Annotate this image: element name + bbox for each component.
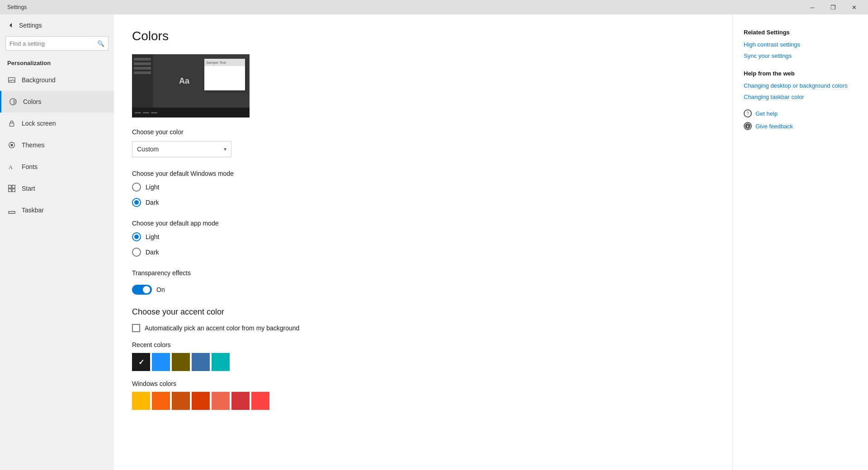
give-feedback-item[interactable]: Give feedback (744, 122, 857, 130)
preview-taskbar-item (143, 112, 149, 113)
sidebar-section-label: Personalization (0, 54, 114, 69)
sidebar-item-themes[interactable]: Themes (0, 134, 114, 156)
svg-rect-8 (9, 189, 11, 192)
auto-accent-row[interactable]: Automatically pick an accent color from … (132, 324, 714, 332)
recent-color-4[interactable] (212, 353, 230, 371)
preview-window-bar: Sample Text (204, 59, 245, 66)
back-icon (7, 22, 14, 29)
radio-app-light-label: Light (146, 233, 159, 240)
sidebar-item-start-label: Start (22, 185, 35, 192)
give-feedback-icon (744, 122, 752, 130)
radio-app-dark-label: Dark (146, 249, 159, 256)
win-color-5[interactable] (231, 392, 250, 410)
preview-sample-text: Sample Text (206, 61, 226, 65)
transparency-state: On (156, 286, 165, 293)
help-link-desktop-colors[interactable]: Changing desktop or background colors (744, 82, 857, 89)
back-button[interactable]: Settings (0, 18, 114, 33)
app-mode-section: Choose your default app mode Light Dark (132, 220, 714, 257)
recent-colors-section: Recent colors (132, 341, 714, 371)
recent-colors-swatches (132, 353, 714, 371)
recent-color-2[interactable] (172, 353, 190, 371)
preview-window: Sample Text (204, 59, 245, 90)
preview-sidebar-item (134, 62, 151, 65)
sidebar-item-lock-screen-label: Lock screen (22, 120, 56, 127)
accent-color-section: Choose your accent color Automatically p… (132, 307, 714, 410)
windows-mode-dark[interactable]: Dark (132, 198, 714, 207)
close-button[interactable]: ✕ (844, 0, 864, 14)
windows-mode-group: Light Dark (132, 183, 714, 207)
svg-rect-6 (9, 185, 11, 188)
radio-app-dark-circle (132, 248, 141, 257)
recent-color-1[interactable] (152, 353, 170, 371)
transparency-section: Transparency effects On (132, 269, 714, 295)
svg-rect-0 (9, 78, 15, 83)
windows-mode-label: Choose your default Windows mode (132, 170, 714, 177)
preview-sidebar-item (134, 67, 151, 70)
windows-mode-light[interactable]: Light (132, 183, 714, 192)
windows-colors-section: Windows colors (132, 380, 714, 410)
related-settings-title: Related Settings (744, 29, 857, 36)
radio-app-light-circle (132, 232, 141, 241)
sidebar-item-themes-label: Themes (22, 141, 45, 149)
preview-window-content (204, 66, 245, 70)
fonts-icon: A (7, 162, 16, 171)
preview-taskbar-item (135, 112, 141, 113)
win-color-3[interactable] (192, 392, 210, 410)
titlebar: Settings ─ ❐ ✕ (0, 0, 868, 14)
search-icon: 🔍 (97, 40, 104, 47)
help-link-taskbar-color[interactable]: Changing taskbar color (744, 94, 857, 100)
sidebar-item-background[interactable]: Background (0, 69, 114, 91)
sidebar-item-colors[interactable]: Colors (0, 91, 114, 113)
auto-accent-checkbox[interactable] (132, 324, 140, 332)
app-mode-label: Choose your default app mode (132, 220, 714, 227)
start-icon (7, 184, 16, 193)
win-color-2[interactable] (172, 392, 190, 410)
recent-color-3[interactable] (192, 353, 210, 371)
preview-taskbar-item (151, 112, 157, 113)
win-color-6[interactable] (251, 392, 269, 410)
search-box[interactable]: 🔍 (5, 36, 108, 51)
sync-settings-link[interactable]: Sync your settings (744, 52, 857, 59)
get-help-label[interactable]: Get help (755, 110, 778, 117)
high-contrast-link[interactable]: High contrast settings (744, 41, 857, 48)
titlebar-title: Settings (7, 4, 27, 10)
sidebar-item-colors-label: Colors (23, 98, 41, 105)
toggle-knob (143, 286, 150, 293)
win-color-4[interactable] (212, 392, 230, 410)
preview-background: Aa Sample Text (132, 54, 250, 118)
colors-icon (9, 97, 18, 106)
color-dropdown[interactable]: Custom ▾ (132, 141, 231, 157)
get-help-item[interactable]: ? Get help (744, 109, 857, 118)
win-color-1[interactable] (152, 392, 170, 410)
search-input[interactable] (9, 40, 97, 47)
choose-color-section: Choose your color Custom ▾ (132, 128, 714, 157)
svg-point-4 (10, 144, 13, 146)
svg-rect-2 (10, 123, 14, 126)
radio-dark-circle (132, 198, 141, 207)
svg-rect-9 (12, 189, 15, 192)
sidebar-item-taskbar[interactable]: Taskbar (0, 199, 114, 221)
sidebar-item-lock-screen[interactable]: Lock screen (0, 113, 114, 134)
svg-rect-10 (9, 212, 15, 214)
get-help-icon: ? (744, 109, 752, 118)
sidebar-item-fonts[interactable]: A Fonts (0, 156, 114, 178)
app-mode-dark[interactable]: Dark (132, 248, 714, 257)
color-dropdown-value: Custom (137, 146, 159, 153)
accent-title: Choose your accent color (132, 307, 714, 317)
recent-colors-label: Recent colors (132, 341, 714, 348)
sidebar-item-start[interactable]: Start (0, 178, 114, 199)
svg-rect-7 (12, 185, 15, 188)
transparency-toggle[interactable] (132, 285, 152, 295)
win-color-0[interactable] (132, 392, 150, 410)
sidebar: Settings 🔍 Personalization Background Co… (0, 14, 114, 470)
windows-colors-swatches (132, 392, 714, 410)
choose-color-label: Choose your color (132, 128, 714, 136)
main-window: Settings 🔍 Personalization Background Co… (0, 14, 868, 470)
minimize-button[interactable]: ─ (802, 0, 823, 14)
app-mode-light[interactable]: Light (132, 232, 714, 241)
restore-button[interactable]: ❐ (823, 0, 844, 14)
recent-color-0[interactable] (132, 353, 150, 371)
color-preview: Aa Sample Text (132, 54, 250, 118)
page-title: Colors (132, 29, 714, 43)
give-feedback-label[interactable]: Give feedback (755, 123, 793, 130)
